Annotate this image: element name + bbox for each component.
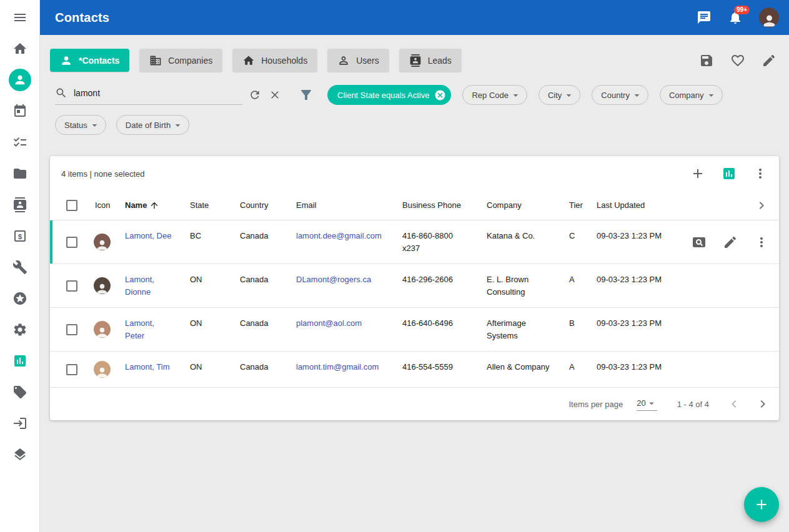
table-row[interactable]: Lamont, Dee BC Canada lamont.dee@gmail.c… xyxy=(50,220,779,264)
active-filter-chip[interactable]: Client State equals Active xyxy=(327,85,451,105)
search-input[interactable] xyxy=(74,88,242,98)
sort-asc-icon xyxy=(149,200,159,210)
sidebar-item-layers[interactable] xyxy=(9,443,31,466)
items-per-page-select[interactable]: 20 xyxy=(637,398,657,411)
scroll-columns-button[interactable] xyxy=(754,198,769,213)
contact-country: Canada xyxy=(232,273,289,286)
filter-chip-city[interactable]: City xyxy=(538,85,580,105)
menu-button[interactable] xyxy=(0,0,40,35)
view-actions xyxy=(699,53,779,68)
refresh-button[interactable] xyxy=(249,89,261,101)
edit-view-button[interactable] xyxy=(762,53,777,68)
contact-name-link[interactable]: Lamont, Peter xyxy=(117,317,182,342)
items-per-page-label: Items per page xyxy=(569,400,623,409)
contact-country: Canada xyxy=(232,361,289,373)
contact-email-link[interactable]: DLamont@rogers.ca xyxy=(289,273,395,286)
user-avatar-button[interactable] xyxy=(759,7,779,27)
sidebar-item-billing[interactable]: $ xyxy=(9,225,31,247)
chevron-left-icon xyxy=(727,397,742,411)
edit-icon xyxy=(762,53,777,68)
row-checkbox[interactable] xyxy=(66,324,77,335)
filter-chip-country[interactable]: Country xyxy=(592,85,648,105)
sidebar-item-contact-cards[interactable] xyxy=(9,194,31,216)
contact-name-link[interactable]: Lamont, Dionne xyxy=(117,273,182,298)
column-header-updated[interactable]: Last Updated xyxy=(589,199,677,212)
table-row[interactable]: Lamont, Peter ON Canada plamont@aol.com … xyxy=(50,308,779,352)
sidebar-item-reports[interactable] xyxy=(9,350,31,372)
notifications-button[interactable]: 99+ xyxy=(728,10,743,25)
column-header-tier[interactable]: Tier xyxy=(562,199,589,212)
column-header-country[interactable]: Country xyxy=(232,199,289,212)
insights-chart-icon xyxy=(722,166,737,181)
sidebar-item-tags[interactable] xyxy=(9,381,31,403)
contact-name-link[interactable]: Lamont, Dee xyxy=(117,230,182,242)
favorite-view-button[interactable] xyxy=(730,53,745,68)
pagination: Items per page 20 1 - 4 of 4 xyxy=(50,388,779,420)
row-checkbox[interactable] xyxy=(66,280,77,292)
contact-updated: 09-03-23 1:23 PM xyxy=(589,317,677,330)
sidebar-item-settings[interactable] xyxy=(9,318,31,341)
row-more-button[interactable] xyxy=(754,235,769,250)
column-header-name[interactable]: Name xyxy=(117,199,182,212)
contact-tier: A xyxy=(562,361,589,373)
row-checkbox[interactable] xyxy=(66,237,77,248)
tab-leads[interactable]: Leads xyxy=(399,49,462,72)
sidebar-item-contacts[interactable] xyxy=(9,69,31,91)
tab-households[interactable]: Households xyxy=(232,49,317,72)
contact-email-link[interactable]: lamont.tim@gmail.com xyxy=(289,361,395,373)
company-icon xyxy=(149,54,162,67)
column-header-state[interactable]: State xyxy=(182,199,232,212)
row-edit-button[interactable] xyxy=(723,235,738,250)
contact-avatar xyxy=(94,277,111,294)
sidebar-item-documents[interactable] xyxy=(9,162,31,185)
column-header-phone[interactable]: Business Phone xyxy=(395,199,479,212)
notification-badge: 99+ xyxy=(734,6,750,14)
filter-button[interactable] xyxy=(299,87,314,102)
contact-updated: 09-03-23 1:23 PM xyxy=(589,273,677,286)
filter-chips-row-1: Rep CodeCityCountryCompany xyxy=(462,85,722,105)
filter-chip-company[interactable]: Company xyxy=(660,85,723,105)
tab-contacts[interactable]: *Contacts xyxy=(50,49,129,72)
caret-down-icon xyxy=(705,89,717,101)
select-all-checkbox[interactable] xyxy=(66,200,77,211)
page-nav xyxy=(727,397,770,411)
column-header-company[interactable]: Company xyxy=(479,199,562,212)
contact-name-link[interactable]: Lamont, Tim xyxy=(117,361,182,373)
contact-email-link[interactable]: plamont@aol.com xyxy=(289,317,395,330)
close-button[interactable] xyxy=(269,89,281,101)
contact-phone: 416-296-2606 xyxy=(395,273,479,286)
tab-companies[interactable]: Companies xyxy=(139,49,222,72)
save-view-button[interactable] xyxy=(699,53,714,68)
sidebar-item-tools[interactable] xyxy=(9,256,31,278)
filter-chip-status[interactable]: Status xyxy=(55,115,106,135)
filter-chip-rep-code[interactable]: Rep Code xyxy=(462,85,527,105)
tab-label: *Contacts xyxy=(79,56,119,66)
add-button[interactable] xyxy=(690,166,705,181)
contact-email-link[interactable]: lamont.dee@gmail.com xyxy=(289,230,395,242)
tab-users[interactable]: Users xyxy=(327,49,389,72)
more-button[interactable] xyxy=(753,166,768,181)
row-preview-button[interactable] xyxy=(692,235,707,250)
table-row[interactable]: Lamont, Dionne ON Canada DLamont@rogers.… xyxy=(50,264,779,308)
table-row[interactable]: Lamont, Tim ON Canada lamont.tim@gmail.c… xyxy=(50,352,779,388)
add-contact-fab[interactable] xyxy=(744,487,779,522)
column-header-icon[interactable]: Icon xyxy=(87,199,117,212)
cancel-icon xyxy=(434,89,446,101)
sidebar-item-featured[interactable] xyxy=(9,287,31,310)
caret-down-icon xyxy=(89,119,101,131)
messages-button[interactable] xyxy=(697,10,712,25)
row-checkbox[interactable] xyxy=(66,364,77,375)
next-page-button[interactable] xyxy=(755,397,770,411)
sidebar-item-home[interactable] xyxy=(9,37,31,60)
sidebar-item-calendar[interactable] xyxy=(9,100,31,122)
prev-page-button[interactable] xyxy=(727,397,742,411)
preview-icon xyxy=(692,235,707,250)
chart-button[interactable] xyxy=(722,166,737,181)
person-icon xyxy=(13,73,27,87)
person-icon xyxy=(60,54,72,67)
column-header-email[interactable]: Email xyxy=(289,199,395,212)
chevron-right-icon xyxy=(755,397,770,411)
filter-chip-date-of-birth[interactable]: Date of Birth xyxy=(116,115,189,135)
sidebar-item-sign-in[interactable] xyxy=(9,412,31,435)
sidebar-item-tasks[interactable] xyxy=(9,131,31,154)
